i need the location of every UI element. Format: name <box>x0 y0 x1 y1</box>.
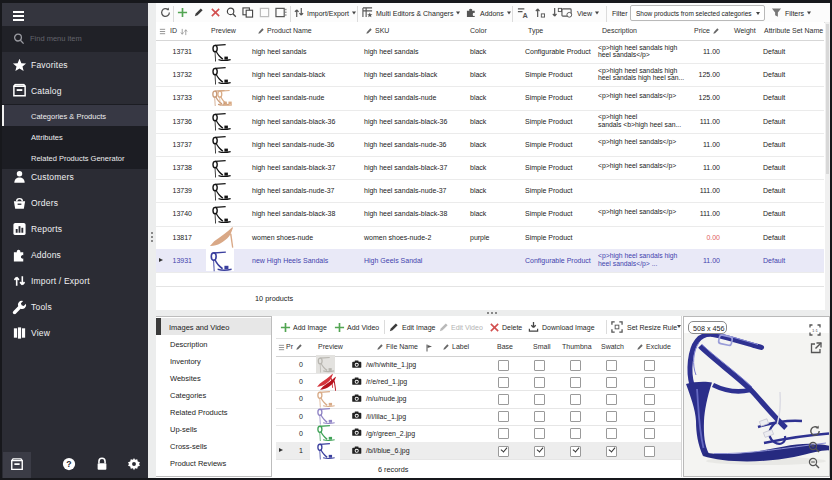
svg-text:1:1: 1:1 <box>812 328 819 333</box>
svg-text:?: ? <box>66 459 71 469</box>
svg-text:A: A <box>523 11 529 18</box>
